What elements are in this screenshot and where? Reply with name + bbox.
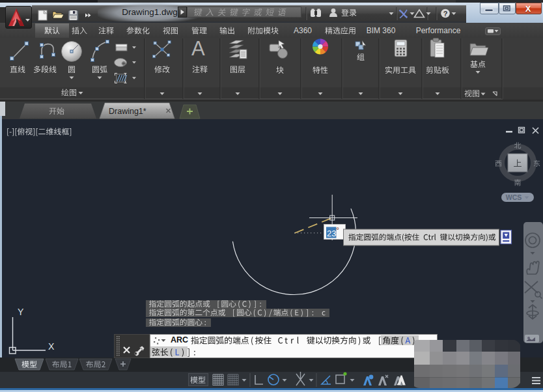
- svg-text:Drawing1*: Drawing1*: [109, 107, 146, 116]
- svg-text:X: X: [48, 341, 55, 352]
- svg-text:X: X: [525, 4, 531, 14]
- svg-text:23: 23: [327, 229, 336, 238]
- svg-text:Y: Y: [18, 307, 24, 317]
- svg-text:°: °: [337, 226, 339, 234]
- svg-text:?: ?: [443, 10, 448, 18]
- svg-text:WCS: WCS: [506, 193, 522, 201]
